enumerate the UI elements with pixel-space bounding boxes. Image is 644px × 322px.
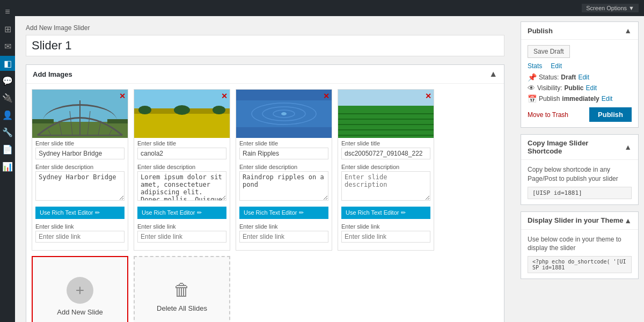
svg-rect-23	[236, 90, 332, 100]
slide-4-title-input[interactable]	[341, 148, 430, 159]
svg-rect-26	[338, 106, 434, 138]
visibility-edit-link[interactable]: Edit	[586, 84, 597, 92]
chevron-down-icon: ▼	[628, 5, 634, 11]
svg-line-6	[70, 111, 72, 135]
status-value: Draft	[561, 74, 576, 81]
slide-1-link-input[interactable]	[35, 231, 125, 243]
slide-4-link-label: Enter slide link	[338, 221, 434, 231]
svg-point-15	[138, 106, 151, 114]
slide-3-rte-button[interactable]: Use Rich Text Editor ✏	[239, 207, 328, 219]
add-images-toggle[interactable]: ▲	[489, 69, 497, 79]
right-sidebar: Publish ▲ Save Draft Stats Edit 📌 Status…	[515, 16, 644, 322]
slide-3-desc-textarea[interactable]: Raindrop ripples on a pond	[239, 171, 328, 201]
eye-icon: 👁	[528, 84, 535, 92]
sidebar-icon-slider[interactable]: ◧	[0, 56, 15, 71]
slide-close-2[interactable]: ✕	[221, 92, 228, 100]
sidebar-icon-dashboard[interactable]: ⊞	[0, 21, 15, 36]
slide-3-title-input[interactable]	[239, 148, 328, 159]
sidebar-icon-tools[interactable]: 🔧	[0, 125, 15, 140]
sidebar-icon-comments[interactable]: 💬	[0, 73, 15, 88]
publish-edit-link[interactable]: Edit	[602, 95, 613, 103]
slide-card-2: ✕ Enter slide	[134, 89, 230, 251]
page-subtitle: Add New Image Slider	[26, 24, 504, 32]
slide-4-rte-button[interactable]: Use Rich Text Editor ✏	[341, 207, 430, 219]
stats-link[interactable]: Stats	[528, 62, 542, 70]
slide-1-desc-textarea[interactable]: Sydney Harbor Bridge	[35, 171, 125, 201]
move-to-trash-link[interactable]: Move to Trash	[528, 111, 568, 119]
editor-area: Add New Image Slider Add Images ▲ ✕	[15, 16, 515, 322]
slider-title-input[interactable]	[26, 35, 504, 56]
theme-code-value[interactable]: <?php echo do_shortcode( '[UISP id=1881	[528, 256, 632, 273]
svg-rect-1	[32, 122, 128, 138]
slide-2-title-input[interactable]	[137, 148, 226, 159]
display-panel-toggle[interactable]: ▲	[624, 216, 632, 225]
shortcode-panel-body: Copy below shortcode in any Page/Post to…	[521, 160, 638, 204]
delete-all-slides-button[interactable]: 🗑 Delete All Slides	[134, 256, 230, 322]
slide-1-title-input[interactable]	[35, 148, 125, 159]
wp-admin-sidebar: ≡ ⊞ ✉ ◧ 💬 🔌 👤 🔧 📄 📊	[0, 0, 15, 322]
visibility-value: Public	[564, 84, 583, 92]
sidebar-icon-users[interactable]: 👤	[0, 107, 15, 122]
wp-main: Screen Options ▼ Add New Image Slider Ad…	[15, 0, 644, 322]
slide-4-desc-textarea[interactable]	[341, 171, 430, 201]
slide-3-link-label: Enter slide link	[236, 221, 332, 231]
display-panel-title: Display Slider in your Theme	[528, 216, 623, 224]
sidebar-icon-pages[interactable]: 📄	[0, 142, 15, 157]
slide-3-link-input[interactable]	[239, 231, 328, 243]
slide-2-rte-button[interactable]: Use Rich Text Editor ✏	[137, 207, 226, 219]
slide-2-link-label: Enter slide link	[134, 221, 230, 231]
shortcode-value[interactable]: [UISP id=1881]	[528, 187, 632, 199]
publish-panel-toggle[interactable]: ▲	[624, 26, 632, 35]
publish-label: Publish	[539, 95, 560, 103]
status-label: Status:	[539, 74, 559, 81]
svg-rect-24	[236, 127, 332, 138]
svg-point-22	[281, 112, 287, 115]
svg-rect-0	[32, 90, 128, 122]
content-area: Add New Image Slider Add Images ▲ ✕	[15, 16, 644, 322]
publish-time-row: 📅 Publish immediately Edit	[528, 94, 632, 103]
status-edit-link[interactable]: Edit	[578, 74, 589, 81]
add-new-slide-button[interactable]: + Add New Slide	[32, 256, 128, 322]
slide-4-link-input[interactable]	[341, 231, 430, 243]
svg-line-9	[109, 130, 112, 135]
slide-image-3	[236, 90, 332, 138]
sidebar-icon-menu[interactable]: ≡	[0, 4, 15, 19]
shortcode-panel: Copy Image Slider Shortcode ▲ Copy below…	[521, 134, 639, 205]
slide-2-link-input[interactable]	[137, 231, 226, 243]
publish-button[interactable]: Publish	[589, 107, 632, 122]
slide-2-desc-textarea[interactable]: Lorem ipsum dolor sit amet, consectetuer…	[137, 171, 226, 201]
slide-1-link-label: Enter slide link	[32, 221, 128, 231]
screen-options-button[interactable]: Screen Options ▼	[582, 4, 639, 12]
shortcode-desc: Copy below shortcode in any Page/Post to…	[528, 165, 632, 184]
topbar: Screen Options ▼	[15, 0, 644, 16]
slide-close-3[interactable]: ✕	[323, 92, 330, 100]
edit-link[interactable]: Edit	[551, 62, 562, 70]
shortcode-panel-header: Copy Image Slider Shortcode ▲	[521, 135, 638, 160]
add-images-header: Add Images ▲	[26, 65, 504, 84]
shortcode-panel-toggle[interactable]: ▲	[624, 143, 632, 151]
pin-icon: 📌	[528, 73, 537, 82]
trash-icon: 🗑	[173, 280, 191, 300]
slide-close-4[interactable]: ✕	[425, 92, 431, 100]
publish-panel-title: Publish	[528, 27, 553, 35]
display-desc: Use below code in your theme to display …	[528, 235, 632, 253]
svg-rect-25	[338, 90, 434, 106]
slide-1-rte-button[interactable]: Use Rich Text Editor ✏	[35, 207, 125, 219]
slide-2-title-label: Enter slide title	[134, 138, 230, 148]
sidebar-icon-stats[interactable]: 📊	[0, 159, 15, 174]
add-images-title: Add Images	[33, 70, 72, 78]
publish-actions-row: Move to Trash Publish	[528, 107, 632, 122]
slide-4-title-label: Enter slide title	[338, 138, 434, 148]
svg-line-7	[87, 111, 90, 135]
slide-close-1[interactable]: ✕	[119, 92, 126, 100]
sidebar-icon-posts[interactable]: ✉	[0, 39, 15, 54]
visibility-row: 👁 Visibility: Public Edit	[528, 84, 632, 92]
calendar-icon: 📅	[528, 94, 537, 103]
save-draft-button[interactable]: Save Draft	[528, 45, 570, 58]
sidebar-icon-plugins[interactable]: 🔌	[0, 90, 15, 105]
publish-time-value: immediately	[562, 95, 599, 103]
svg-line-5	[59, 121, 62, 135]
status-row: 📌 Status: Draft Edit	[528, 73, 632, 82]
publish-panel-header: Publish ▲	[521, 22, 638, 40]
display-panel: Display Slider in your Theme ▲ Use below…	[521, 211, 639, 280]
